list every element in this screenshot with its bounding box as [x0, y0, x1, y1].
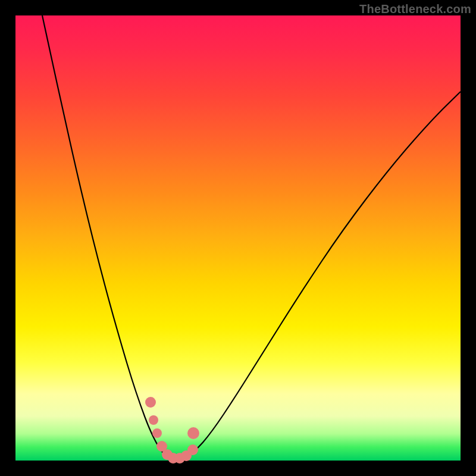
trough-dot [187, 427, 199, 439]
trough-dot [187, 444, 198, 455]
curve-right-branch [182, 92, 461, 461]
trough-dot [152, 428, 162, 438]
trough-dot [149, 415, 158, 425]
plot-area [15, 15, 461, 461]
watermark-text: TheBottleneck.com [359, 2, 471, 16]
chart-frame: TheBottleneck.com [0, 0, 476, 476]
chart-svg [15, 15, 461, 461]
trough-dot [145, 397, 156, 408]
trough-dot-group [145, 397, 199, 464]
curve-left-branch [42, 15, 170, 461]
